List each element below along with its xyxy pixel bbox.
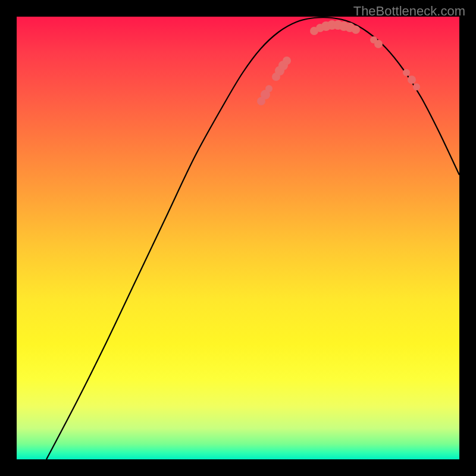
data-marker [352, 26, 360, 34]
data-marker [408, 76, 416, 84]
bottleneck-curve [46, 17, 459, 459]
data-marker [265, 85, 273, 92]
chart-plot-area [17, 17, 459, 459]
attribution-text: TheBottleneck.com [353, 4, 465, 19]
chart-svg-overlay [17, 17, 459, 459]
data-marker [374, 40, 383, 48]
data-marker [403, 69, 410, 76]
data-marker [283, 57, 291, 65]
data-marker [413, 83, 420, 90]
data-markers [257, 20, 420, 105]
